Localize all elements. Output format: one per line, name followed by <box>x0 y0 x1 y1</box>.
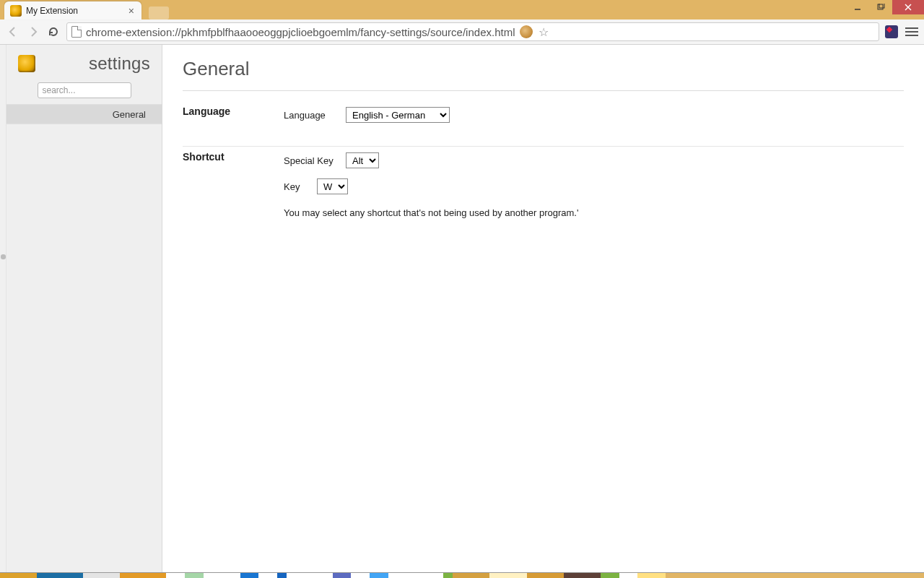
search-input[interactable] <box>38 82 131 98</box>
shortcut-note: You may select any shortcut that's not b… <box>284 202 904 218</box>
window-controls <box>846 0 924 14</box>
tab-favicon-icon <box>10 5 22 17</box>
back-button[interactable] <box>6 25 20 39</box>
sidebar-nav: General <box>6 104 162 124</box>
page-content: settings General General Language Langua… <box>0 45 924 572</box>
left-scrollbar[interactable] <box>0 45 6 572</box>
page-title: General <box>183 58 904 80</box>
special-key-select[interactable]: Alt <box>346 152 379 168</box>
menu-button[interactable] <box>905 27 918 36</box>
sidebar-logo-icon <box>18 55 35 72</box>
reload-button[interactable] <box>46 25 61 39</box>
field-label-special-key: Special Key <box>284 155 336 166</box>
cookie-extension-icon[interactable] <box>520 25 533 38</box>
extension-icon[interactable] <box>885 25 898 38</box>
sidebar-item-label: General <box>113 109 146 120</box>
close-window-button[interactable] <box>892 0 924 14</box>
svg-rect-2 <box>879 4 884 8</box>
tab-strip: My Extension × <box>0 0 169 20</box>
bookmark-star-icon[interactable]: ☆ <box>539 25 549 39</box>
divider <box>183 90 904 91</box>
browser-tab[interactable]: My Extension × <box>4 1 141 20</box>
page-icon <box>71 26 82 38</box>
url-text: chrome-extension://pkhmfpblfhaaooeoggpjc… <box>86 26 515 38</box>
key-select[interactable]: W <box>317 178 348 194</box>
close-tab-icon[interactable]: × <box>127 5 136 17</box>
section-shortcut: Shortcut Special Key Alt Key W You may s… <box>183 147 904 225</box>
section-heading: Language <box>183 104 284 130</box>
sidebar-title: settings <box>41 53 150 74</box>
new-tab-button[interactable] <box>149 7 169 20</box>
window-titlebar: My Extension × <box>0 0 924 20</box>
svg-line-4 <box>905 4 911 10</box>
main-panel: General Language Language English - Germ… <box>162 45 924 572</box>
maximize-button[interactable] <box>869 0 892 14</box>
minimize-button[interactable] <box>846 0 869 14</box>
svg-line-3 <box>905 4 911 10</box>
browser-toolbar: chrome-extension://pkhmfpblfhaaooeoggpjc… <box>0 20 924 45</box>
address-bar[interactable]: chrome-extension://pkhmfpblfhaaooeoggpjc… <box>66 22 879 41</box>
section-language: Language Language English - German <box>183 101 904 147</box>
language-select[interactable]: English - German <box>346 107 450 123</box>
field-label-key: Key <box>284 181 307 192</box>
sidebar-item-general[interactable]: General <box>6 104 162 124</box>
tab-title: My Extension <box>26 6 127 16</box>
field-label-language: Language <box>284 110 336 121</box>
section-heading: Shortcut <box>183 150 284 218</box>
sidebar: settings General <box>6 45 162 572</box>
forward-button[interactable] <box>26 25 40 39</box>
os-taskbar[interactable] <box>0 572 924 578</box>
svg-rect-1 <box>878 4 883 9</box>
toolbar-extensions <box>885 25 918 38</box>
